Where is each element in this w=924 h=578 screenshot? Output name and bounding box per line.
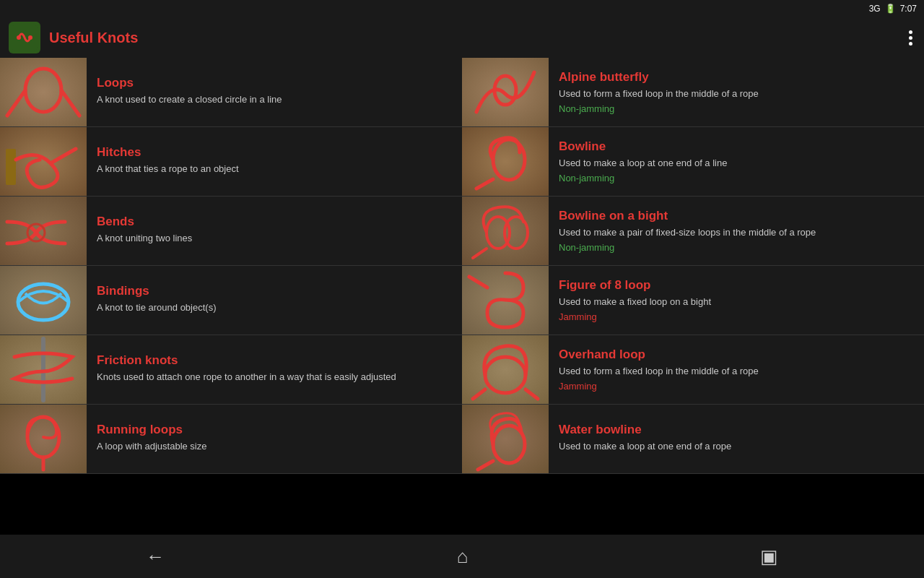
item-thumbnail <box>462 58 549 126</box>
svg-line-20 <box>526 389 538 399</box>
back-button[interactable]: ← <box>131 540 179 574</box>
item-thumbnail <box>0 405 87 473</box>
item-content: Bindings A knot to tie around object(s) <box>87 266 462 335</box>
list-item[interactable]: Water bowline Used to make a loop at one… <box>462 405 924 474</box>
item-desc: Used to form a fixed loop in the middle … <box>559 365 914 378</box>
item-content: Bends A knot uniting two lines <box>87 197 462 265</box>
item-title: Bowline <box>559 139 914 154</box>
signal-text: 3G <box>869 4 881 14</box>
item-title: Water bowline <box>559 423 914 437</box>
item-title: Running loops <box>97 423 452 437</box>
svg-line-19 <box>473 389 485 399</box>
item-desc: A knot that ties a rope to an object <box>97 163 452 176</box>
item-badge: Non-jamming <box>559 242 914 253</box>
list-item[interactable]: Alpine butterfly Used to form a fixed lo… <box>462 58 924 127</box>
item-desc: A knot to tie around object(s) <box>97 301 452 314</box>
svg-line-24 <box>478 461 493 470</box>
home-button[interactable]: ⌂ <box>443 540 483 574</box>
item-content: Hitches A knot that ties a rope to an ob… <box>87 127 462 196</box>
item-thumbnail <box>462 127 549 196</box>
list-item[interactable]: Loops A knot used to create a closed cir… <box>0 58 462 127</box>
item-badge: Jamming <box>559 311 914 322</box>
item-thumbnail <box>462 335 549 404</box>
item-desc: A knot uniting two lines <box>97 232 452 245</box>
item-title: Hitches <box>97 145 452 160</box>
menu-button[interactable] <box>906 27 915 48</box>
item-title: Alpine butterfly <box>559 70 914 85</box>
item-title: Overhand loop <box>559 348 914 362</box>
svg-point-3 <box>25 69 61 112</box>
item-thumbnail <box>0 335 87 404</box>
app-title: Useful Knots <box>49 30 897 46</box>
item-desc: A loop with adjustable size <box>97 440 452 453</box>
battery-icon: 🔋 <box>885 4 896 14</box>
item-desc: Used to make a loop at one end of a rope <box>559 440 914 453</box>
item-title: Bindings <box>97 284 452 298</box>
item-thumbnail <box>462 266 549 335</box>
item-content: Figure of 8 loop Used to make a fixed lo… <box>549 266 924 335</box>
svg-line-8 <box>51 149 76 163</box>
recents-button[interactable]: ▣ <box>746 540 793 574</box>
time-display: 7:07 <box>900 4 917 14</box>
list-item[interactable]: Friction knots Knots used to attach one … <box>0 335 462 405</box>
list-item[interactable]: Overhand loop Used to form a fixed loop … <box>462 335 924 405</box>
item-content: Running loops A loop with adjustable siz… <box>87 405 462 473</box>
item-title: Loops <box>97 76 452 90</box>
svg-line-5 <box>61 90 79 116</box>
list-item[interactable]: Hitches A knot that ties a rope to an ob… <box>0 127 462 197</box>
main-content: Loops A knot used to create a closed cir… <box>0 58 924 535</box>
svg-point-1 <box>17 35 21 40</box>
list-item[interactable]: Bends A knot uniting two lines <box>0 197 462 266</box>
list-item[interactable]: Bowline Used to make a loop at one end o… <box>462 127 924 197</box>
list-item[interactable]: Figure of 8 loop Used to make a fixed lo… <box>462 266 924 335</box>
svg-line-14 <box>473 249 487 258</box>
item-desc: Used to make a loop at one end of a line <box>559 157 914 170</box>
item-thumbnail <box>462 197 549 265</box>
status-bar: 3G 🔋 7:07 <box>0 0 924 17</box>
item-content: Loops A knot used to create a closed cir… <box>87 58 462 126</box>
item-desc: A knot used to create a closed circle in… <box>97 93 452 106</box>
item-content: Overhand loop Used to form a fixed loop … <box>549 335 924 404</box>
item-thumbnail <box>0 58 87 126</box>
item-thumbnail <box>0 127 87 196</box>
items-grid: Loops A knot used to create a closed cir… <box>0 58 924 474</box>
item-thumbnail <box>0 266 87 335</box>
item-content: Water bowline Used to make a loop at one… <box>549 405 924 473</box>
list-item[interactable]: Bowline on a bight Used to make a pair o… <box>462 197 924 266</box>
item-thumbnail <box>462 405 549 473</box>
item-thumbnail <box>0 197 87 265</box>
item-content: Bowline Used to make a loop at one end o… <box>549 127 924 196</box>
item-title: Bowline on a bight <box>559 209 914 223</box>
svg-line-4 <box>7 90 25 116</box>
item-badge: Jamming <box>559 381 914 392</box>
item-content: Alpine butterfly Used to form a fixed lo… <box>549 58 924 126</box>
item-desc: Used to make a fixed loop on a bight <box>559 296 914 309</box>
list-item[interactable]: Running loops A loop with adjustable siz… <box>0 405 462 474</box>
item-title: Bends <box>97 215 452 229</box>
item-desc: Knots used to attach one rope to another… <box>97 371 452 384</box>
item-badge: Non-jamming <box>559 103 914 114</box>
item-badge: Non-jamming <box>559 173 914 184</box>
item-title: Friction knots <box>97 353 452 368</box>
item-content: Bowline on a bight Used to make a pair o… <box>549 197 924 265</box>
item-title: Figure of 8 loop <box>559 278 914 293</box>
svg-point-18 <box>485 357 526 393</box>
svg-line-10 <box>476 179 493 189</box>
item-desc: Used to make a pair of fixed-size loops … <box>559 226 914 239</box>
svg-rect-7 <box>6 149 16 185</box>
svg-line-16 <box>469 277 487 288</box>
app-icon <box>9 22 40 53</box>
bottom-nav: ← ⌂ ▣ <box>0 535 924 578</box>
item-content: Friction knots Knots used to attach one … <box>87 335 462 404</box>
app-bar: Useful Knots <box>0 17 924 58</box>
item-desc: Used to form a fixed loop in the middle … <box>559 87 914 100</box>
list-item[interactable]: Bindings A knot to tie around object(s) <box>0 266 462 335</box>
svg-point-2 <box>28 35 32 40</box>
